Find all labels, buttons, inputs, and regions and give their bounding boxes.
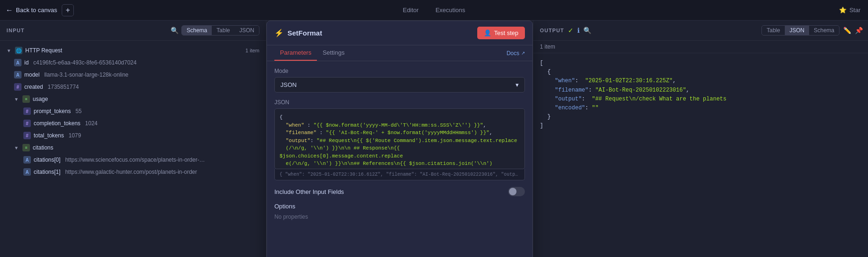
no-properties-text: No properties — [274, 214, 525, 220]
tree-item-citations[interactable]: ▼ ≡ citations — [0, 142, 266, 154]
json-preview-bar: { "when": "2025-01-02T22:30:16.612Z", "f… — [274, 169, 525, 180]
output-json-output: "output": "## Request\n/check What are t… — [540, 95, 863, 104]
tree-item-citations-1[interactable]: A citations[1] https://www.galactic-hunt… — [0, 166, 266, 178]
json-line-4: "output": "## Request\n{{ $('Route Comma… — [280, 137, 520, 145]
tree-item-total-tokens[interactable]: # total_tokens 1079 — [0, 129, 266, 142]
back-button[interactable]: ← Back to canvas — [6, 6, 57, 14]
tab-settings[interactable]: Settings — [317, 45, 350, 61]
output-json-object-close: } — [540, 113, 863, 121]
arrow-left-icon: ← — [6, 6, 13, 14]
json-label: JSON — [274, 99, 525, 106]
main-content: INPUT 🔍 Schema Table JSON ▼ 🌐 HTTP Reque… — [0, 21, 868, 257]
github-icon: ⭐ — [839, 7, 846, 14]
output-schema-btn[interactable]: Schema — [809, 26, 839, 35]
test-step-label: Test step — [494, 29, 518, 36]
test-step-icon: 👤 — [484, 29, 491, 36]
caret-icon-citations: ▼ — [14, 145, 20, 150]
input-panel-header: INPUT 🔍 Schema Table JSON — [0, 21, 266, 41]
output-search-icon[interactable]: 🔍 — [583, 27, 591, 34]
input-tree: ▼ 🌐 HTTP Request 1 item A id c4196fc5-e6… — [0, 41, 266, 257]
table-view-btn[interactable]: Table — [212, 26, 235, 35]
output-json-filename: "filename": "AI-Bot-Req-20250102223016", — [540, 86, 863, 95]
json-line-6: e(/\n/g, '\\n') }}\n\n## References\n{{ … — [280, 160, 520, 169]
json-line-5: (/\n/g, '\\n') }}\n\n ## Response\n{{ $j… — [280, 144, 520, 160]
add-button[interactable]: + — [62, 4, 74, 16]
mode-select[interactable]: JSON ▾ — [274, 77, 525, 93]
tab-executions[interactable]: Executions — [428, 4, 473, 16]
json-line-2: "when" : "{{ $now.format('yyyy-MM-dd\'T\… — [280, 121, 520, 129]
setformat-icon: ⚡ — [274, 29, 284, 37]
tree-item-citations-0[interactable]: A citations[0] https://www.sciencefocus.… — [0, 154, 266, 166]
type-badge-a3: A — [23, 156, 31, 164]
tree-item-model[interactable]: A model llama-3.1-sonar-large-128k-onlin… — [0, 69, 266, 81]
modal-header: ⚡ SetFormat 👤 Test step — [267, 21, 532, 45]
setformat-modal: ⚡ SetFormat 👤 Test step Parameters Setti… — [266, 21, 533, 257]
input-view-toggle: Schema Table JSON — [181, 25, 259, 36]
type-badge-hash2: # — [23, 107, 31, 115]
top-tabs: Editor Executions — [395, 4, 473, 16]
type-badge-hash: # — [14, 83, 22, 91]
toggle-knob — [509, 188, 516, 195]
docs-link[interactable]: Docs ↗ — [507, 45, 525, 61]
json-line-3: "filename" : "{{ 'AI-Bot-Req-' + $now.fo… — [280, 129, 520, 137]
options-label: Options — [274, 203, 525, 210]
output-header: OUTPUT ✓ ℹ 🔍 Table JSON Schema ✏️ 📌 — [533, 21, 868, 41]
test-step-button[interactable]: 👤 Test step — [477, 27, 525, 39]
external-link-icon: ↗ — [521, 50, 525, 56]
include-fields-label: Include Other Input Fields — [274, 188, 344, 195]
output-json-when: "when": "2025-01-02T22:30:16.225Z", — [540, 77, 863, 86]
tab-parameters[interactable]: Parameters — [274, 45, 317, 61]
input-panel-actions: 🔍 Schema Table JSON — [171, 25, 259, 36]
include-fields-toggle-row: Include Other Input Fields — [274, 187, 525, 196]
include-fields-toggle[interactable] — [508, 187, 525, 196]
status-check-icon: ✓ — [568, 27, 574, 34]
type-badge-a4: A — [23, 168, 31, 176]
tree-item-created[interactable]: # created 1735851774 — [0, 81, 266, 93]
top-bar: ← Back to canvas + Editor Executions ⭐ S… — [0, 0, 868, 21]
json-editor[interactable]: { "when" : "{{ $now.format('yyyy-MM-dd\'… — [274, 108, 525, 169]
modal-tabs: Parameters Settings Docs ↗ — [267, 45, 532, 61]
root-key: HTTP Request — [25, 47, 62, 54]
globe-icon: 🌐 — [15, 47, 22, 54]
output-json-line-open-bracket: [ — [540, 59, 863, 68]
input-panel-title: INPUT — [7, 28, 25, 33]
star-label: Star — [849, 7, 861, 14]
type-badge-list: ≡ — [22, 95, 30, 103]
modal-title: ⚡ SetFormat — [274, 29, 322, 37]
output-json-line-close-bracket: ] — [540, 121, 863, 130]
output-title: OUTPUT — [540, 28, 564, 33]
pin-icon[interactable]: 📌 — [855, 27, 863, 34]
mode-value: JSON — [280, 81, 297, 88]
tab-editor[interactable]: Editor — [395, 4, 426, 16]
input-search-icon[interactable]: 🔍 — [171, 27, 179, 34]
star-button[interactable]: ⭐ Star — [839, 7, 861, 14]
modal-body: Mode JSON ▾ JSON { "when" : "{{ $now.for… — [267, 61, 532, 257]
output-json-object-open: { — [540, 68, 863, 77]
docs-label: Docs — [507, 50, 519, 57]
output-json-btn[interactable]: JSON — [785, 26, 809, 35]
input-panel: INPUT 🔍 Schema Table JSON ▼ 🌐 HTTP Reque… — [0, 21, 266, 257]
output-view-toggle: Table JSON Schema — [761, 25, 839, 36]
tree-item-prompt-tokens[interactable]: # prompt_tokens 55 — [0, 105, 266, 117]
type-badge-hash4: # — [23, 132, 31, 139]
schema-view-btn[interactable]: Schema — [182, 26, 212, 35]
back-label: Back to canvas — [16, 7, 57, 14]
mode-label: Mode — [274, 68, 525, 74]
root-count: 1 item — [245, 48, 259, 53]
type-badge-a: A — [14, 59, 22, 66]
json-view-btn[interactable]: JSON — [235, 26, 259, 35]
info-icon[interactable]: ℹ — [577, 27, 580, 34]
output-panel: OUTPUT ✓ ℹ 🔍 Table JSON Schema ✏️ 📌 1 it… — [533, 21, 868, 257]
type-badge-hash3: # — [23, 120, 31, 127]
tree-root-item[interactable]: ▼ 🌐 HTTP Request 1 item — [0, 44, 266, 57]
type-badge-list2: ≡ — [22, 144, 30, 151]
center-panel: ⚡ SetFormat 👤 Test step Parameters Setti… — [266, 21, 533, 257]
output-table-btn[interactable]: Table — [762, 26, 785, 35]
tree-item-usage[interactable]: ▼ ≡ usage — [0, 93, 266, 105]
tree-item-id[interactable]: A id c4196fc5-e6aa-493c-8fe6-6536140d702… — [0, 57, 266, 69]
caret-icon-usage: ▼ — [14, 97, 20, 102]
edit-icon[interactable]: ✏️ — [843, 27, 851, 34]
type-badge-a2: A — [14, 71, 22, 79]
json-line-1: { — [280, 114, 520, 121]
tree-item-completion-tokens[interactable]: # completion_tokens 1024 — [0, 117, 266, 129]
